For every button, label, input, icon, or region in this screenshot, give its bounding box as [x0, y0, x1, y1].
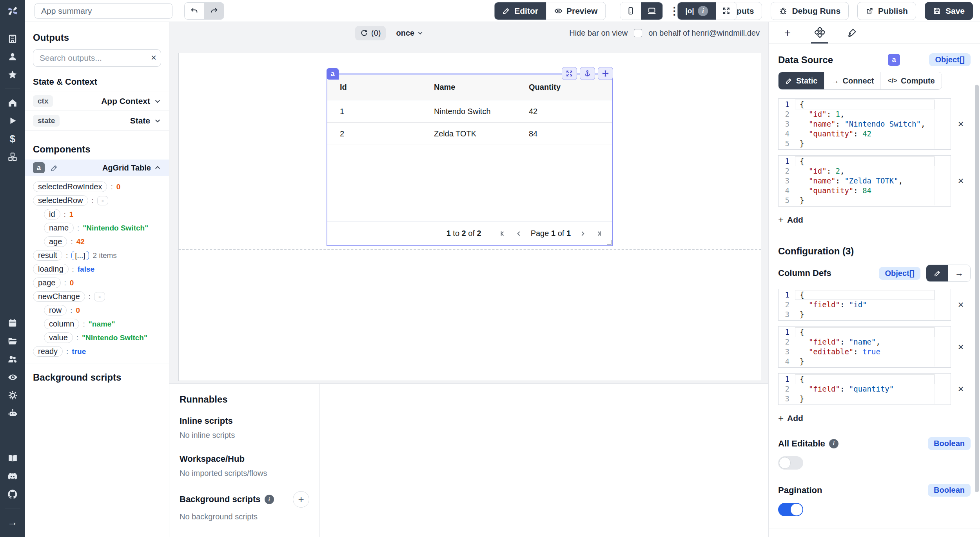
- code-line[interactable]: 2 "field": "id": [779, 300, 951, 310]
- json-editor[interactable]: 1{2 "id": 1,3 "name": "Nintendo Switch",…: [778, 98, 951, 150]
- output-entry[interactable]: value:"Nintendo Switch": [33, 331, 161, 345]
- anchor-handle[interactable]: [580, 67, 595, 80]
- settings-gear-icon[interactable]: [4, 387, 21, 403]
- remove-item-icon[interactable]: ×: [951, 383, 971, 395]
- code-line[interactable]: 4 "quantity": 42: [779, 129, 951, 139]
- debug-runs-button[interactable]: Debug Runs: [771, 2, 849, 20]
- edit-mode-button[interactable]: [926, 265, 948, 281]
- output-key[interactable]: page: [33, 278, 61, 288]
- expand-handle[interactable]: [562, 67, 577, 80]
- add-data-item-button[interactable]: + Add: [778, 214, 803, 225]
- table-row[interactable]: 1 Nintendo Switch 42: [327, 100, 612, 123]
- column-header[interactable]: Name: [421, 83, 516, 92]
- audit-eye-icon[interactable]: [4, 369, 21, 385]
- clear-search-icon[interactable]: ×: [151, 52, 156, 63]
- mobile-view-button[interactable]: [620, 2, 641, 20]
- code-line[interactable]: 3 "name": "Nintendo Switch",: [779, 119, 951, 129]
- hide-bar-checkbox[interactable]: [634, 29, 642, 37]
- output-key[interactable]: result: [33, 250, 62, 261]
- code-line[interactable]: 3 "editable": true: [779, 347, 951, 357]
- favorites-star-icon[interactable]: [4, 67, 21, 83]
- boolean-badge[interactable]: Boolean: [928, 437, 971, 450]
- code-line[interactable]: 1{: [779, 290, 951, 300]
- refresh-button[interactable]: (0): [355, 26, 386, 40]
- code-line[interactable]: 3}: [779, 310, 951, 319]
- output-entry[interactable]: column:"name": [33, 317, 161, 331]
- styling-tab[interactable]: [843, 22, 860, 44]
- all-editable-toggle[interactable]: [778, 456, 803, 470]
- next-page-icon[interactable]: [579, 230, 586, 238]
- remove-item-icon[interactable]: ×: [951, 299, 971, 311]
- code-line[interactable]: 1{: [779, 327, 951, 337]
- boolean-badge[interactable]: Boolean: [928, 484, 971, 497]
- windmill-logo[interactable]: [0, 0, 25, 22]
- code-line[interactable]: 5}: [779, 196, 951, 205]
- component-settings-tab[interactable]: [811, 22, 828, 44]
- static-mode-button[interactable]: Static: [779, 72, 824, 89]
- output-key[interactable]: name: [44, 223, 74, 233]
- code-line[interactable]: 5}: [779, 139, 951, 149]
- output-key[interactable]: id: [44, 209, 60, 220]
- editor-tab[interactable]: Editor: [494, 2, 546, 20]
- output-key[interactable]: row: [44, 305, 67, 316]
- output-entry[interactable]: loading:false: [33, 262, 161, 276]
- desktop-view-button[interactable]: [641, 2, 662, 20]
- move-handle[interactable]: [598, 67, 613, 80]
- output-key[interactable]: value: [44, 332, 73, 343]
- undo-button[interactable]: [185, 3, 204, 19]
- output-entry[interactable]: age:42: [33, 235, 161, 249]
- component-header[interactable]: a AgGrid Table: [25, 160, 169, 176]
- json-editor[interactable]: 1{2 "field": "name",3 "editable": true4}: [778, 326, 951, 368]
- chevron-up-icon[interactable]: [154, 164, 161, 171]
- code-line[interactable]: 1{: [779, 100, 951, 109]
- state-row[interactable]: state State: [25, 111, 169, 131]
- ctx-row[interactable]: ctx App Context: [25, 91, 169, 111]
- type-badge[interactable]: Object[]: [879, 267, 920, 280]
- output-entry[interactable]: name:"Nintendo Switch": [33, 221, 161, 235]
- code-line[interactable]: 4 "quantity": 84: [779, 186, 951, 196]
- column-header[interactable]: Id: [327, 83, 421, 92]
- json-editor[interactable]: 1{2 "id": 2,3 "name": "Zelda TOTK",4 "qu…: [778, 155, 951, 207]
- json-editor[interactable]: 1{2 "field": "quantity"3}: [778, 373, 951, 405]
- connect-mode-button[interactable]: →: [948, 265, 970, 281]
- code-line[interactable]: 1{: [779, 156, 951, 166]
- runs-play-icon[interactable]: [4, 113, 21, 129]
- discord-icon[interactable]: [4, 468, 21, 484]
- code-line[interactable]: 2 "field": "name",: [779, 337, 951, 347]
- remove-item-icon[interactable]: ×: [951, 341, 971, 353]
- first-page-icon[interactable]: [499, 230, 507, 238]
- output-entry[interactable]: row:0: [33, 303, 161, 317]
- code-line[interactable]: 3}: [779, 394, 951, 404]
- add-background-script-button[interactable]: +: [293, 491, 309, 508]
- search-outputs-input[interactable]: [33, 49, 161, 67]
- output-key[interactable]: ready: [33, 346, 63, 357]
- output-key[interactable]: selectedRow: [33, 195, 88, 206]
- preview-tab[interactable]: Preview: [546, 2, 605, 20]
- code-line[interactable]: 2 "field": "quantity": [779, 384, 951, 394]
- output-entry[interactable]: result:[...]2 items: [33, 249, 161, 262]
- folders-icon[interactable]: [4, 333, 21, 349]
- pagination-toggle[interactable]: [778, 503, 803, 516]
- output-entry[interactable]: newChange:-: [33, 290, 161, 303]
- collapse-arrow-icon[interactable]: →: [4, 514, 21, 530]
- scrollbar-thumb[interactable]: [975, 85, 979, 492]
- publish-button[interactable]: Publish: [857, 2, 916, 20]
- output-key[interactable]: column: [44, 319, 79, 329]
- json-editor[interactable]: 1{2 "field": "id"3}: [778, 289, 951, 321]
- resources-cubes-icon[interactable]: [4, 149, 21, 165]
- resize-handle[interactable]: [607, 240, 612, 245]
- output-key[interactable]: selectedRowIndex: [33, 181, 107, 192]
- remove-item-icon[interactable]: ×: [951, 175, 971, 187]
- column-header[interactable]: Quantity: [516, 83, 612, 92]
- fullscreen-button[interactable]: [716, 2, 737, 20]
- home-icon[interactable]: [4, 95, 21, 111]
- output-entry[interactable]: selectedRowIndex:0: [33, 180, 161, 194]
- compute-mode-button[interactable]: </> Compute: [880, 72, 941, 89]
- code-line[interactable]: 2 "id": 1,: [779, 109, 951, 119]
- output-key[interactable]: loading: [33, 264, 69, 274]
- aggrid-table-component[interactable]: a Id Name Quantity 1 Nintendo Switch 42 …: [327, 74, 613, 246]
- add-column-def-button[interactable]: + Add: [778, 413, 803, 424]
- type-badge[interactable]: Object[]: [929, 53, 971, 66]
- code-line[interactable]: 2 "id": 2,: [779, 166, 951, 176]
- code-line[interactable]: 1{: [779, 374, 951, 384]
